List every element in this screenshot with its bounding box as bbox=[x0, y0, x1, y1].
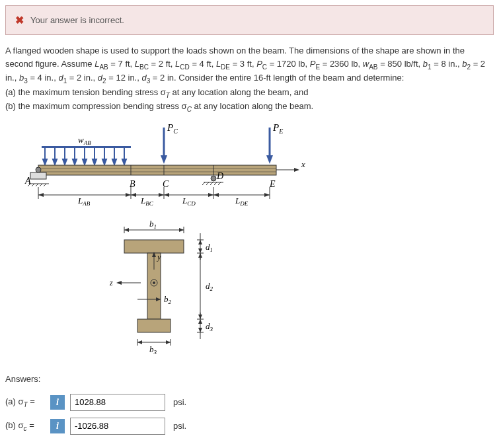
svg-marker-85 bbox=[116, 281, 122, 285]
svg-text:wAB: wAB bbox=[78, 135, 91, 146]
svg-marker-71 bbox=[264, 193, 270, 197]
svg-text:d2: d2 bbox=[206, 281, 213, 292]
info-icon[interactable]: i bbox=[50, 395, 65, 410]
svg-marker-70 bbox=[213, 193, 219, 197]
svg-marker-14 bbox=[73, 159, 77, 165]
answer-a-unit: psi. bbox=[173, 397, 186, 407]
cross-section-diagram: y z b1 b2 b3 d1 d2 d3 bbox=[104, 220, 494, 361]
answer-row-b: (b) σc = i psi. bbox=[5, 418, 494, 435]
svg-rect-78 bbox=[137, 319, 171, 332]
svg-marker-66 bbox=[131, 193, 136, 197]
svg-text:LDE: LDE bbox=[235, 196, 249, 207]
svg-line-43 bbox=[206, 182, 209, 185]
svg-text:y: y bbox=[157, 252, 161, 262]
svg-marker-69 bbox=[208, 193, 213, 197]
svg-marker-107 bbox=[198, 240, 202, 244]
svg-marker-8 bbox=[43, 159, 47, 165]
svg-rect-33 bbox=[30, 172, 46, 179]
beam-diagram: PC PE wAB x A B C D E bbox=[12, 121, 494, 213]
svg-line-46 bbox=[218, 182, 221, 185]
svg-marker-1 bbox=[161, 155, 167, 164]
svg-marker-20 bbox=[102, 159, 106, 165]
svg-marker-10 bbox=[53, 159, 57, 165]
svg-line-42 bbox=[202, 182, 205, 185]
info-icon[interactable]: i bbox=[50, 419, 65, 433]
answer-a-label: (a) σT = bbox=[5, 396, 45, 408]
answer-b-input[interactable] bbox=[70, 418, 165, 435]
svg-marker-65 bbox=[126, 193, 131, 197]
svg-line-36 bbox=[32, 184, 34, 186]
svg-rect-76 bbox=[124, 240, 184, 253]
answer-a-input[interactable] bbox=[70, 394, 165, 411]
svg-marker-108 bbox=[198, 248, 202, 253]
svg-point-80 bbox=[153, 281, 155, 284]
svg-line-39 bbox=[44, 184, 46, 186]
svg-text:x: x bbox=[301, 159, 305, 169]
answer-b-unit: psi. bbox=[173, 421, 186, 431]
svg-marker-91 bbox=[179, 228, 184, 232]
svg-marker-16 bbox=[83, 159, 87, 165]
svg-marker-24 bbox=[122, 159, 126, 165]
svg-text:LAB: LAB bbox=[77, 196, 91, 207]
svg-marker-12 bbox=[63, 159, 67, 165]
alert-incorrect: ✖ Your answer is incorrect. bbox=[5, 5, 494, 35]
svg-marker-99 bbox=[137, 340, 142, 344]
svg-text:b3: b3 bbox=[149, 344, 157, 355]
svg-text:b1: b1 bbox=[149, 220, 157, 230]
svg-marker-30 bbox=[294, 168, 299, 172]
svg-text:d3: d3 bbox=[206, 321, 213, 332]
svg-text:d1: d1 bbox=[206, 242, 213, 253]
svg-marker-115 bbox=[198, 319, 202, 324]
close-icon: ✖ bbox=[15, 14, 24, 26]
svg-point-40 bbox=[211, 176, 216, 181]
answer-row-a: (a) σT = i psi. bbox=[5, 394, 494, 411]
svg-text:D: D bbox=[216, 171, 223, 181]
svg-marker-4 bbox=[266, 155, 273, 164]
problem-statement: A flanged wooden shape is used to suppor… bbox=[5, 44, 494, 114]
svg-text:b2: b2 bbox=[164, 294, 172, 305]
svg-line-44 bbox=[210, 182, 213, 185]
svg-line-37 bbox=[36, 184, 38, 186]
svg-text:LBC: LBC bbox=[140, 196, 154, 207]
svg-marker-116 bbox=[198, 328, 202, 332]
svg-rect-26 bbox=[38, 165, 276, 175]
svg-line-38 bbox=[40, 184, 42, 186]
svg-text:B: B bbox=[130, 179, 135, 189]
svg-marker-67 bbox=[159, 193, 164, 197]
answers-heading: Answers: bbox=[5, 374, 494, 384]
svg-marker-90 bbox=[124, 228, 129, 232]
svg-marker-22 bbox=[112, 159, 116, 165]
svg-text:A: A bbox=[24, 176, 31, 186]
svg-text:z: z bbox=[109, 278, 113, 287]
svg-text:PC: PC bbox=[167, 122, 178, 135]
svg-marker-100 bbox=[166, 340, 171, 344]
svg-marker-111 bbox=[198, 253, 202, 258]
svg-point-32 bbox=[36, 167, 41, 172]
svg-text:LCD: LCD bbox=[182, 196, 196, 207]
svg-marker-64 bbox=[38, 193, 44, 197]
answer-b-label: (b) σc = bbox=[5, 420, 45, 432]
svg-text:PE: PE bbox=[272, 122, 283, 135]
svg-marker-18 bbox=[93, 159, 96, 165]
svg-line-45 bbox=[214, 182, 217, 185]
alert-text: Your answer is incorrect. bbox=[30, 15, 124, 25]
svg-marker-68 bbox=[164, 193, 169, 197]
